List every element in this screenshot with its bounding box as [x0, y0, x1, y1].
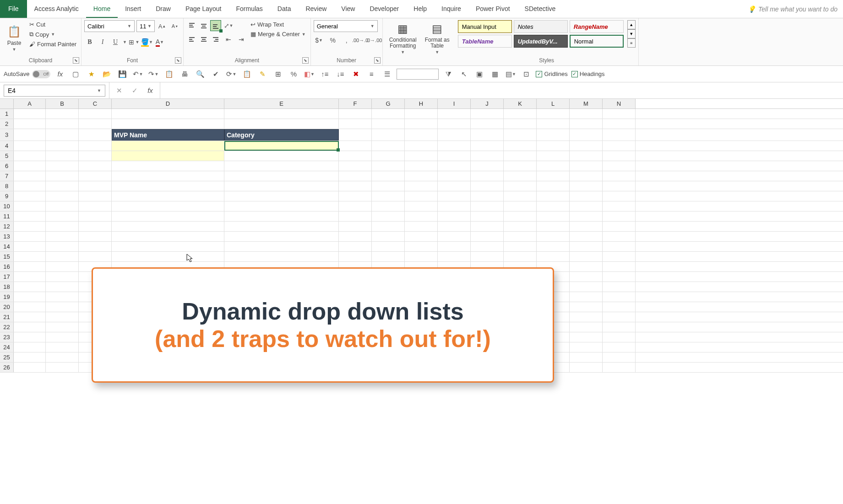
qat-group3-button[interactable]: ▤▼ [505, 68, 517, 80]
font-size-selector[interactable]: 11▼ [136, 20, 155, 32]
increase-indent-button[interactable]: ⇥ [236, 34, 247, 45]
increase-decimal-button[interactable]: .00→.0 [355, 35, 366, 46]
col-header-f[interactable]: F [339, 99, 372, 108]
tab-file[interactable]: File [0, 0, 27, 18]
font-dialog-launcher[interactable]: ⬊ [175, 57, 181, 64]
col-header-b[interactable]: B [46, 99, 79, 108]
row-header[interactable]: 10 [0, 201, 14, 211]
tab-insert[interactable]: Insert [118, 0, 148, 18]
qat-paste-button[interactable]: 📋 [163, 68, 175, 80]
style-notes[interactable]: Notes [514, 20, 568, 33]
tab-page-layout[interactable]: Page Layout [178, 0, 229, 18]
underline-button[interactable]: U [110, 37, 121, 48]
insert-function-button[interactable]: fx [144, 85, 156, 97]
cell-e3[interactable]: Category [224, 129, 339, 141]
cell-d4[interactable] [112, 141, 224, 151]
worksheet-grid[interactable]: A B C D E F G H I J K L M N 1 2 3MVP Nam… [0, 99, 843, 373]
row-header[interactable]: 8 [0, 181, 14, 191]
col-header-m[interactable]: M [570, 99, 603, 108]
align-bottom-button[interactable] [210, 20, 221, 31]
decrease-decimal-button[interactable]: .0→.00 [369, 35, 380, 46]
row-header[interactable]: 12 [0, 222, 14, 231]
qat-redo-button[interactable]: ↷▼ [147, 68, 159, 80]
col-header-k[interactable]: K [504, 99, 537, 108]
qat-new-button[interactable]: ▢ [70, 68, 82, 80]
merge-center-button[interactable]: ▦Merge & Center▼ [249, 30, 308, 38]
row-header[interactable]: 7 [0, 171, 14, 181]
qat-pivot-button[interactable]: ⊡ [520, 68, 532, 80]
row-header[interactable]: 1 [0, 109, 14, 119]
col-header-c[interactable]: C [79, 99, 112, 108]
gallery-more[interactable]: ≡ [627, 38, 636, 48]
qat-group1-button[interactable]: ▣ [473, 68, 485, 80]
font-color-button[interactable]: A▼ [154, 37, 165, 48]
tab-home[interactable]: Home [86, 0, 118, 18]
tab-help[interactable]: Help [406, 0, 434, 18]
row-header[interactable]: 20 [0, 302, 14, 312]
row-header[interactable]: 4 [0, 141, 14, 151]
borders-button[interactable]: ⊞▼ [129, 37, 140, 48]
tab-data[interactable]: Data [270, 0, 299, 18]
cut-button[interactable]: ✂Cut [27, 20, 78, 29]
row-header[interactable]: 22 [0, 322, 14, 332]
qat-open-button[interactable]: 📂 [101, 68, 113, 80]
tab-access-analytic[interactable]: Access Analytic [27, 0, 86, 18]
align-right-button[interactable] [210, 34, 221, 45]
col-header-n[interactable]: N [603, 99, 636, 108]
cancel-formula-button[interactable]: ✕ [113, 85, 125, 97]
autosave-toggle[interactable]: AutoSave Off [4, 70, 50, 78]
qat-save-button[interactable]: 💾 [116, 68, 128, 80]
align-center-button[interactable] [198, 34, 209, 45]
enter-formula-button[interactable]: ✓ [129, 85, 141, 97]
row-header[interactable]: 2 [0, 119, 14, 129]
qat-print-preview-button[interactable]: 🔍 [194, 68, 206, 80]
row-header[interactable]: 24 [0, 342, 14, 352]
font-name-selector[interactable]: Calibri▼ [84, 20, 135, 32]
paste-button[interactable]: 📋 Paste ▼ [3, 20, 26, 56]
comma-button[interactable]: , [341, 35, 352, 46]
qat-print-button[interactable]: 🖶 [179, 68, 190, 80]
conditional-formatting-button[interactable]: ▦ Conditional Formatting▼ [386, 20, 420, 56]
row-header[interactable]: 5 [0, 151, 14, 161]
qat-refresh-button[interactable]: ⟳▼ [225, 68, 237, 80]
row-header[interactable]: 18 [0, 282, 14, 292]
row-header[interactable]: 21 [0, 312, 14, 322]
qat-undo-button[interactable]: ↶▼ [132, 68, 144, 80]
row-header[interactable]: 26 [0, 363, 14, 372]
tab-review[interactable]: Review [298, 0, 334, 18]
qat-highlight-button[interactable]: ✎ [256, 68, 268, 80]
row-header[interactable]: 6 [0, 161, 14, 171]
copy-button[interactable]: ⧉Copy▼ [27, 30, 78, 39]
format-painter-button[interactable]: 🖌Format Painter [27, 40, 78, 49]
row-header[interactable]: 13 [0, 232, 14, 241]
style-rangename[interactable]: RangeName [570, 20, 624, 33]
tab-power-pivot[interactable]: Power Pivot [468, 0, 517, 18]
italic-button[interactable]: I [97, 37, 108, 48]
qat-group2-button[interactable]: ▦ [489, 68, 501, 80]
tab-developer[interactable]: Developer [362, 0, 406, 18]
col-header-d[interactable]: D [112, 99, 224, 108]
qat-favorite-button[interactable]: ★ [85, 68, 97, 80]
percent-button[interactable]: % [327, 35, 338, 46]
currency-button[interactable]: $▼ [314, 35, 325, 46]
qat-remove-button[interactable]: ✖ [350, 68, 362, 80]
alignment-dialog-launcher[interactable]: ⬊ [302, 57, 309, 64]
row-header[interactable]: 14 [0, 242, 14, 251]
name-box[interactable]: E4▼ [4, 85, 105, 97]
qat-eraser-button[interactable]: ◧▼ [303, 68, 315, 80]
col-header-i[interactable]: I [438, 99, 471, 108]
clipboard-dialog-launcher[interactable]: ⬊ [73, 57, 79, 64]
cell-d5[interactable] [112, 151, 224, 161]
qat-filter-button[interactable]: ⧩ [442, 68, 454, 80]
headings-checkbox[interactable]: ✓Headings [571, 70, 605, 77]
qat-grid-button[interactable]: ⊞ [272, 68, 284, 80]
style-tablename[interactable]: TableName [458, 35, 512, 48]
tab-view[interactable]: View [334, 0, 362, 18]
row-header[interactable]: 17 [0, 272, 14, 282]
tell-me-search[interactable]: 💡 Tell me what you want to do [742, 0, 843, 18]
qat-cursor-button[interactable]: ↖ [458, 68, 470, 80]
qat-sort-asc-button[interactable]: ↑≡ [319, 68, 331, 80]
wrap-text-button[interactable]: ↩Wrap Text [249, 20, 308, 29]
style-updatedbyv[interactable]: UpdatedByV... [514, 35, 568, 48]
col-header-l[interactable]: L [537, 99, 570, 108]
